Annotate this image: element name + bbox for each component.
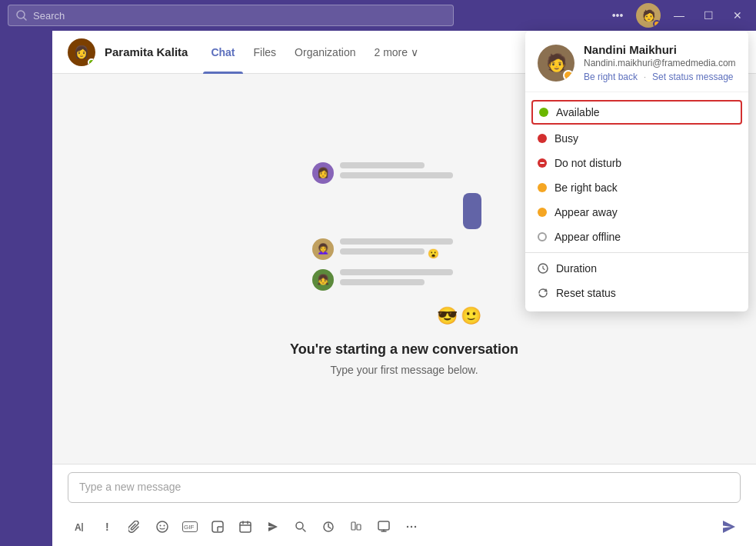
svg-rect-11 bbox=[240, 522, 251, 532]
emoji-row: 😎 🙂 bbox=[312, 306, 481, 326]
chat-bubbles: 👩 👩‍🦱 bbox=[312, 162, 481, 326]
bubble-box-2 bbox=[463, 193, 481, 229]
praise-button[interactable] bbox=[345, 515, 368, 538]
status-option-appear-offline[interactable]: Appear offline bbox=[525, 225, 748, 249]
svg-point-5 bbox=[157, 521, 168, 532]
status-label-brb: Be right back bbox=[555, 181, 618, 194]
dropdown-user-avatar: 🧑 bbox=[538, 45, 574, 82]
send-like-button[interactable] bbox=[261, 515, 285, 538]
dropdown-user-info: Nandini Maikhuri Nandini.maikhuri@framed… bbox=[584, 43, 736, 82]
more-options-button[interactable]: ••• bbox=[607, 5, 628, 26]
svg-point-6 bbox=[160, 525, 162, 527]
chat-tabs: Chat Files Organization 2 more ∨ bbox=[203, 31, 426, 74]
loop-button[interactable] bbox=[317, 515, 340, 538]
tab-chat[interactable]: Chat bbox=[203, 31, 242, 74]
status-divider: · bbox=[644, 72, 646, 82]
gif-button[interactable]: GIF bbox=[178, 515, 201, 538]
close-button[interactable]: ✕ bbox=[727, 5, 748, 26]
dropdown-user-status-row: Be right back · Set status message bbox=[584, 72, 736, 82]
minimize-button[interactable]: — bbox=[668, 5, 690, 26]
status-dot-busy bbox=[538, 134, 547, 143]
bubble-content-1 bbox=[340, 162, 481, 182]
bubble-row-4: 👧 bbox=[312, 269, 481, 291]
bubble-row-1: 👩 bbox=[312, 162, 481, 184]
important-button[interactable]: ! bbox=[95, 515, 118, 538]
status-label-appear-away: Appear away bbox=[555, 206, 618, 218]
conversation-start-subtitle: Type your first message below. bbox=[330, 364, 478, 376]
tab-files[interactable]: Files bbox=[246, 31, 285, 74]
more-tools-button[interactable] bbox=[400, 515, 423, 538]
status-option-appear-away[interactable]: Appear away bbox=[525, 200, 748, 225]
svg-rect-15 bbox=[357, 524, 361, 530]
avatar-status-dot bbox=[653, 20, 661, 28]
svg-text:A: A bbox=[75, 522, 82, 533]
search-placeholder: Search bbox=[33, 10, 65, 22]
bubble-avatar-1: 👩 bbox=[312, 162, 334, 184]
title-bar-right: ••• 🧑 — ☐ ✕ bbox=[607, 3, 748, 28]
message-input[interactable]: Type a new message bbox=[68, 472, 741, 503]
status-label-busy: Busy bbox=[555, 132, 578, 145]
dropdown-user-name: Nandini Maikhuri bbox=[584, 43, 736, 56]
duration-option[interactable]: Duration bbox=[525, 256, 748, 281]
status-dot-appear-away bbox=[538, 208, 547, 217]
duration-label: Duration bbox=[556, 262, 597, 275]
bubble-line bbox=[340, 172, 453, 178]
contact-status-dot bbox=[88, 58, 95, 66]
conversation-illustration: 👩 👩‍🦱 bbox=[312, 162, 497, 326]
bubble-row-3: 👩‍🦱 😮 bbox=[312, 238, 481, 260]
schedule-button[interactable] bbox=[234, 515, 257, 538]
attach-button[interactable] bbox=[123, 515, 146, 538]
emoji-smile: 🙂 bbox=[461, 306, 481, 326]
emoji-button[interactable] bbox=[151, 515, 174, 538]
bubble-line bbox=[340, 269, 453, 275]
bubble-content-4 bbox=[340, 269, 481, 289]
conversation-start-title: You're starting a new conversation bbox=[290, 341, 518, 358]
status-option-available[interactable]: Available bbox=[531, 100, 742, 125]
status-dot-appear-offline bbox=[538, 232, 547, 241]
svg-point-12 bbox=[296, 522, 303, 529]
reset-status-option[interactable]: Reset status bbox=[525, 281, 748, 305]
status-dropdown-header: 🧑 Nandini Maikhuri Nandini.maikhuri@fram… bbox=[525, 31, 748, 92]
status-label-appear-offline: Appear offline bbox=[555, 231, 621, 243]
status-option-dnd[interactable]: Do not disturb bbox=[525, 151, 748, 175]
search-bar[interactable]: Search bbox=[8, 5, 454, 26]
search-message-button[interactable] bbox=[289, 515, 312, 538]
status-separator bbox=[525, 252, 748, 253]
reset-status-label: Reset status bbox=[556, 287, 616, 299]
bubble-line bbox=[340, 162, 425, 168]
dropdown-avatar-status bbox=[563, 70, 574, 81]
svg-point-19 bbox=[415, 526, 416, 528]
status-dot-brb bbox=[538, 183, 547, 192]
svg-point-7 bbox=[164, 525, 165, 527]
status-label-available: Available bbox=[556, 106, 600, 118]
svg-rect-16 bbox=[378, 521, 389, 530]
contact-avatar: 👩 bbox=[68, 38, 95, 66]
whiteboard-button[interactable] bbox=[372, 515, 395, 538]
bubble-avatar-4: 👧 bbox=[312, 269, 334, 291]
user-avatar-title[interactable]: 🧑 bbox=[636, 3, 661, 28]
format-text-button[interactable]: A bbox=[68, 515, 91, 538]
maximize-button[interactable]: ☐ bbox=[698, 5, 719, 26]
tab-more[interactable]: 2 more ∨ bbox=[366, 43, 425, 62]
status-option-busy[interactable]: Busy bbox=[525, 126, 748, 151]
svg-rect-14 bbox=[351, 522, 355, 530]
tab-organization[interactable]: Organization bbox=[287, 31, 363, 74]
svg-point-18 bbox=[411, 526, 412, 528]
bubble-line bbox=[340, 248, 425, 255]
search-icon bbox=[16, 10, 27, 21]
svg-line-1 bbox=[24, 18, 26, 20]
sticker-button[interactable] bbox=[206, 515, 229, 538]
status-dropdown: 🧑 Nandini Maikhuri Nandini.maikhuri@fram… bbox=[525, 31, 748, 311]
svg-point-17 bbox=[407, 526, 408, 528]
bubble-avatar-3: 👩‍🦱 bbox=[312, 238, 334, 260]
set-status-message-link[interactable]: Set status message bbox=[652, 72, 733, 82]
reset-icon bbox=[538, 288, 548, 298]
svg-text:!: ! bbox=[105, 521, 109, 533]
status-label-dnd: Do not disturb bbox=[555, 157, 621, 169]
current-status-link[interactable]: Be right back bbox=[584, 72, 638, 82]
svg-text:GIF: GIF bbox=[184, 524, 194, 531]
send-button[interactable] bbox=[718, 515, 741, 538]
message-area: Type a new message A ! GIF bbox=[52, 464, 756, 546]
status-dot-dnd bbox=[538, 158, 547, 168]
status-option-brb[interactable]: Be right back bbox=[525, 175, 748, 200]
